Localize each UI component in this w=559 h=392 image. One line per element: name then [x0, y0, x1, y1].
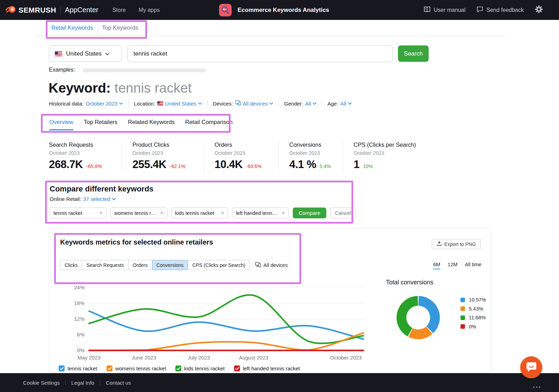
close-icon[interactable]: × — [221, 210, 224, 216]
svg-text:June 2023: June 2023 — [132, 355, 156, 361]
svg-text:0%: 0% — [77, 347, 85, 353]
seg-cps[interactable]: CPS (Clicks per Search) — [188, 260, 250, 270]
metric-delta: 5.4% — [320, 164, 331, 169]
metric-product-clicks: Product Clicks October 2023 255.4K-62.1% — [132, 141, 185, 171]
tab-retail-keywords[interactable]: Retail Keywords — [51, 24, 93, 31]
seg-clicks[interactable]: Clicks — [60, 260, 82, 270]
svg-text:August 2023: August 2023 — [239, 355, 268, 361]
checkbox-checked-icon[interactable] — [234, 365, 240, 371]
metric-search-requests: Search Requests October 2023 268.7K-65.8… — [49, 141, 102, 171]
keyword-search-input[interactable] — [128, 45, 393, 62]
metric-period: October 2023 — [215, 150, 262, 156]
country-select[interactable]: United States — [49, 45, 122, 62]
seg-conversions[interactable]: Conversions — [152, 260, 188, 270]
overflow-dots-icon[interactable]: ••• — [533, 384, 542, 390]
compare-button[interactable]: Compare — [293, 208, 326, 218]
donut-legend-item: 0% — [460, 324, 486, 329]
donut-legend-item: 5.43% — [460, 306, 486, 312]
metric-period: October 2023 — [289, 150, 331, 156]
seg-orders[interactable]: Orders — [128, 260, 152, 270]
historical-data-dropdown[interactable]: October 2023 — [86, 101, 123, 107]
metric-value: 255.4K — [132, 158, 166, 171]
search-button[interactable]: Search — [398, 45, 429, 62]
nav-store[interactable]: Store — [112, 7, 125, 13]
top-navbar: SEMRUSH AppCenter Store My apps Ecommerc… — [0, 0, 559, 20]
metric-label: Orders — [215, 141, 262, 148]
gender-dropdown[interactable]: All — [305, 101, 317, 107]
devices-value: All devices — [243, 101, 268, 107]
close-icon[interactable]: × — [282, 210, 285, 216]
tab-related-keywords[interactable]: Related Keywords — [128, 119, 175, 130]
svg-text:6%: 6% — [77, 332, 85, 337]
export-upload-icon — [437, 241, 442, 247]
checkbox-checked-icon[interactable] — [107, 365, 112, 371]
nav-my-apps[interactable]: My apps — [139, 7, 160, 13]
brand-name: SEMRUSH — [19, 6, 56, 14]
metric-value: 1 — [354, 158, 360, 171]
online-retail-dropdown[interactable]: 37 selected — [83, 196, 116, 202]
checkbox-checked-icon[interactable] — [59, 365, 65, 371]
location-value: United States — [165, 101, 196, 107]
send-feedback-link[interactable]: Send feedback — [477, 6, 524, 14]
location-dropdown[interactable]: United States — [157, 101, 202, 107]
legend-swatch — [460, 324, 465, 329]
cancel-button[interactable]: Cancel — [330, 208, 356, 218]
series-toggle-womens-tennis-racket[interactable]: womens tennis racket — [107, 365, 166, 371]
examples-placeholder-pill — [83, 68, 206, 72]
range-all-time[interactable]: All time — [465, 262, 481, 269]
export-to-png-button[interactable]: Export to PNG — [432, 239, 481, 249]
metric-type-segmented-control: Clicks Search Requests Orders Conversion… — [60, 260, 288, 270]
gender-label: Gender: — [284, 101, 303, 107]
footer-cookie-settings[interactable]: Cookie Settings — [23, 380, 60, 386]
close-icon[interactable]: × — [160, 210, 164, 216]
series-label: womens tennis racket — [115, 365, 166, 371]
online-retail-label: Online Retail: — [50, 196, 81, 202]
legend-label: 11.68% — [469, 315, 486, 320]
tab-top-retailers[interactable]: Top Retailers — [84, 119, 117, 130]
all-devices-toggle[interactable]: All devices — [255, 262, 288, 268]
tab-retail-comparison[interactable]: Retail Comparison — [185, 119, 233, 130]
metric-value: 10.4K — [215, 158, 242, 171]
age-value: All — [340, 101, 346, 107]
age-dropdown[interactable]: All — [340, 101, 352, 107]
footer-legal-info[interactable]: Legal Info — [71, 380, 94, 386]
time-range-switcher: 6M 12M All time — [433, 262, 481, 269]
svg-text:May 2023: May 2023 — [78, 355, 101, 361]
chip-label: kids tennis racket — [175, 210, 214, 216]
devices-dropdown[interactable]: All devices — [235, 100, 274, 107]
metric-period: October 2023 — [354, 150, 416, 156]
settings-gear-icon[interactable] — [535, 5, 543, 15]
series-toggle-kids-tennis-racket[interactable]: kids tennis racket — [175, 365, 225, 371]
user-manual-link[interactable]: User manual — [423, 6, 466, 14]
app-title: Ecommerce Keywords Analytics — [238, 7, 329, 14]
live-chat-button[interactable] — [520, 356, 542, 378]
keyword-chip[interactable]: left handed tenn… × — [232, 208, 289, 218]
metric-divider — [278, 141, 279, 172]
metric-label: CPS (Clicks per Search) — [354, 141, 416, 148]
series-toggle-left-handed-tennis-racket[interactable]: left handed tennis racket — [234, 365, 300, 371]
range-6m[interactable]: 6M — [433, 262, 440, 269]
range-12m[interactable]: 12M — [448, 262, 457, 269]
donut-legend: 10.57% 5.43% 11.68% 0% — [460, 297, 486, 329]
feedback-bubble-icon — [477, 6, 483, 14]
book-icon — [423, 6, 431, 14]
send-feedback-label: Send feedback — [486, 7, 524, 13]
series-label: tennis racket — [67, 365, 97, 371]
keyword-chip[interactable]: womens tennis r… × — [110, 208, 167, 218]
tab-top-keywords[interactable]: Top Keywords — [102, 24, 138, 31]
filter-divider — [278, 101, 279, 107]
us-flag-icon — [55, 51, 62, 56]
keyword-chip[interactable]: kids tennis racket × — [171, 208, 228, 218]
footer-contact-us[interactable]: Contact us — [106, 380, 131, 386]
seg-search-requests[interactable]: Search Requests — [82, 260, 128, 270]
series-toggle-tennis-racket[interactable]: tennis racket — [59, 365, 97, 371]
keyword-chip[interactable]: tennis racket × — [50, 208, 107, 218]
conversions-line-chart: 24%18%12%6%0%May 2023June 2023July 2023A… — [52, 278, 377, 364]
app-screen: SEMRUSH AppCenter Store My apps Ecommerc… — [0, 0, 559, 392]
tab-overview[interactable]: Overview — [49, 119, 73, 130]
metric-cps: CPS (Clicks per Search) October 2023 110… — [354, 141, 416, 171]
nav-right: User manual Send feedback — [423, 0, 543, 20]
close-icon[interactable]: × — [99, 210, 103, 216]
semrush-logo[interactable]: SEMRUSH AppCenter — [5, 5, 98, 15]
checkbox-checked-icon[interactable] — [175, 365, 181, 371]
